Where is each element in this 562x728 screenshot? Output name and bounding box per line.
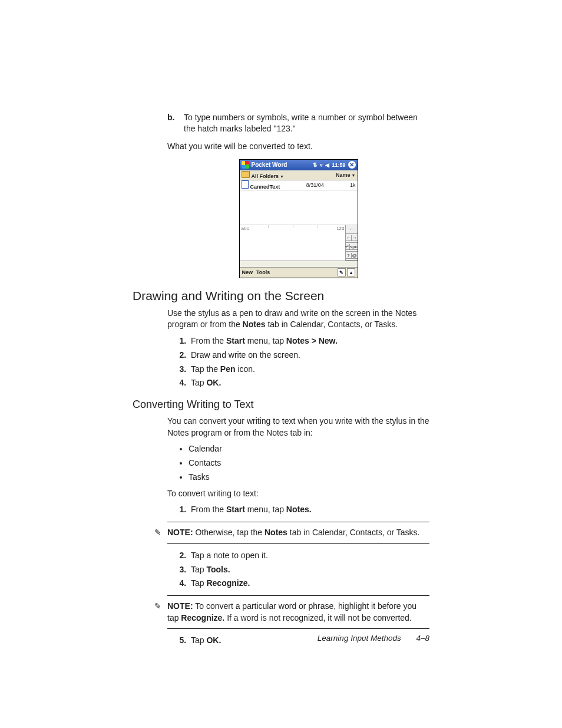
- bullet-contacts: Contacts: [189, 456, 429, 470]
- 123-label: 123: [336, 226, 344, 231]
- connectivity-icon: ⇅: [313, 162, 318, 168]
- sort-selector: Name▼: [336, 172, 355, 178]
- pocket-word-screenshot: Pocket Word ⇅ ▿ ◀ 11:59 ✕ All Folders▼ N…: [239, 159, 358, 278]
- substep-text: To type numbers or symbols, write a numb…: [184, 112, 429, 134]
- section2-steps-p1: From the Start menu, tap Notes.: [167, 503, 429, 517]
- s1-step1: From the Start menu, tap Notes > New.: [189, 334, 429, 348]
- s1-step3: Tap the Pen icon.: [189, 363, 429, 377]
- left-key: ←: [346, 235, 352, 241]
- speaker-icon: ◀: [325, 162, 329, 168]
- folder-bar: All Folders▼ Name▼: [240, 170, 358, 180]
- note-icon: ✎: [154, 601, 164, 610]
- substep-b: b. To type numbers or symbols, write a n…: [167, 112, 429, 134]
- page-footer: Learning Input Methods 4–8: [133, 634, 429, 643]
- help-key: ?: [346, 253, 352, 259]
- substep-marker: b.: [167, 112, 184, 134]
- app-title: Pocket Word: [252, 162, 313, 168]
- right-key: →: [352, 235, 358, 241]
- bottom-menubar: New Tools ✎ ▴: [240, 267, 358, 278]
- signal-icon: ▿: [320, 162, 323, 168]
- s2-step3: Tap Tools.: [189, 563, 429, 577]
- followup-text: What you write will be converted to text…: [167, 141, 429, 151]
- section2-lead: To convert writing to text:: [167, 488, 429, 500]
- s2-step4: Tap Recognize.: [189, 577, 429, 591]
- abc-label: abc: [242, 226, 249, 231]
- bullet-tasks: Tasks: [189, 470, 429, 485]
- close-icon: ✕: [348, 161, 356, 169]
- folder-selector: All Folders▼: [242, 171, 284, 179]
- file-size: 1k: [350, 182, 356, 188]
- menu-new: New: [242, 269, 253, 275]
- file-list-empty: [240, 190, 358, 225]
- footer-page: 4–8: [416, 634, 429, 643]
- section1-steps: From the Start menu, tap Notes > New. Dr…: [167, 334, 429, 390]
- section1-intro: Use the stylus as a pen to draw and writ…: [167, 308, 429, 331]
- s1-step4: Tap OK.: [189, 376, 429, 390]
- input-panel: abc 123 ← ←→ ↵spc ?@: [240, 225, 358, 261]
- section2-bullets: Calendar Contacts Tasks: [167, 442, 429, 484]
- subsection-converting-title: Converting Writing to Text: [133, 398, 429, 411]
- pen-icon: ✎: [338, 268, 346, 276]
- section-drawing-title: Drawing and Writing on the Screen: [133, 289, 429, 303]
- titlebar: Pocket Word ⇅ ▿ ◀ 11:59 ✕: [240, 160, 358, 170]
- status-icons: ⇅ ▿ ◀ 11:59 ✕: [313, 161, 355, 169]
- bullet-calendar: Calendar: [189, 442, 429, 456]
- menu-tools: Tools: [256, 269, 270, 275]
- folder-icon: [242, 171, 250, 178]
- file-date: 8/31/04: [306, 182, 324, 188]
- clock-text: 11:59: [332, 162, 345, 168]
- s2-step1: From the Start menu, tap Notes.: [189, 503, 429, 517]
- footer-chapter: Learning Input Methods: [318, 634, 401, 643]
- note-1: ✎ NOTE: Otherwise, tap the Notes tab in …: [167, 522, 429, 544]
- sip-up-icon: ▴: [347, 268, 355, 276]
- enter-key: ↵: [345, 244, 350, 250]
- space-key: spc: [350, 244, 357, 250]
- section2-steps-p2: Tap a note to open it. Tap Tools. Tap Re…: [167, 549, 429, 591]
- note-icon: ✎: [154, 527, 164, 536]
- document-icon: [242, 180, 249, 189]
- s2-step2: Tap a note to open it.: [189, 549, 429, 563]
- file-row: CannedText 8/31/04 1k: [240, 180, 358, 190]
- section2-intro: You can convert your writing to text whe…: [167, 416, 429, 439]
- side-keys: ← ←→ ↵spc ?@: [345, 225, 358, 261]
- file-name: CannedText: [250, 184, 280, 190]
- s1-step2: Draw and write on the screen.: [189, 348, 429, 363]
- at-key: @: [352, 253, 358, 259]
- start-flag-icon: [242, 161, 249, 169]
- backspace-key: ←: [346, 225, 358, 234]
- note-2: ✎ NOTE: To convert a particular word or …: [167, 595, 429, 629]
